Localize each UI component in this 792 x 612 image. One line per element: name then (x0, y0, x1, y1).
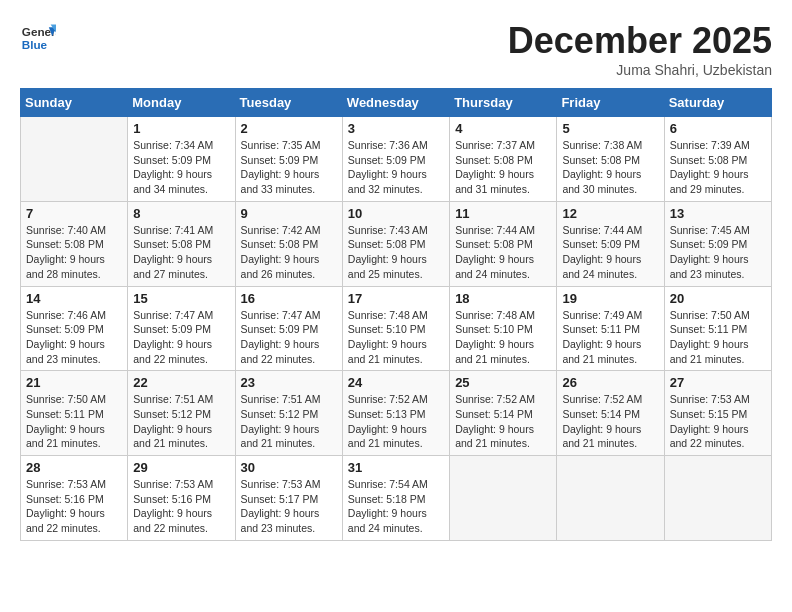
day-number: 14 (26, 291, 122, 306)
calendar-cell: 28Sunrise: 7:53 AMSunset: 5:16 PMDayligh… (21, 456, 128, 541)
calendar-cell (450, 456, 557, 541)
calendar-cell: 24Sunrise: 7:52 AMSunset: 5:13 PMDayligh… (342, 371, 449, 456)
day-number: 15 (133, 291, 229, 306)
day-info: Sunrise: 7:45 AMSunset: 5:09 PMDaylight:… (670, 223, 766, 282)
svg-text:Blue: Blue (22, 38, 48, 51)
weekday-header: Sunday (21, 89, 128, 117)
day-info: Sunrise: 7:38 AMSunset: 5:08 PMDaylight:… (562, 138, 658, 197)
calendar-cell: 31Sunrise: 7:54 AMSunset: 5:18 PMDayligh… (342, 456, 449, 541)
day-number: 2 (241, 121, 337, 136)
weekday-header: Tuesday (235, 89, 342, 117)
day-number: 22 (133, 375, 229, 390)
day-info: Sunrise: 7:53 AMSunset: 5:17 PMDaylight:… (241, 477, 337, 536)
day-number: 29 (133, 460, 229, 475)
calendar-cell: 7Sunrise: 7:40 AMSunset: 5:08 PMDaylight… (21, 201, 128, 286)
calendar-cell: 22Sunrise: 7:51 AMSunset: 5:12 PMDayligh… (128, 371, 235, 456)
calendar-week-row: 1Sunrise: 7:34 AMSunset: 5:09 PMDaylight… (21, 117, 772, 202)
day-info: Sunrise: 7:42 AMSunset: 5:08 PMDaylight:… (241, 223, 337, 282)
day-number: 21 (26, 375, 122, 390)
day-number: 9 (241, 206, 337, 221)
page-header: General Blue December 2025 Juma Shahri, … (20, 20, 772, 78)
day-info: Sunrise: 7:54 AMSunset: 5:18 PMDaylight:… (348, 477, 444, 536)
calendar-cell: 12Sunrise: 7:44 AMSunset: 5:09 PMDayligh… (557, 201, 664, 286)
calendar-cell: 20Sunrise: 7:50 AMSunset: 5:11 PMDayligh… (664, 286, 771, 371)
calendar-cell: 16Sunrise: 7:47 AMSunset: 5:09 PMDayligh… (235, 286, 342, 371)
day-number: 31 (348, 460, 444, 475)
calendar-cell: 23Sunrise: 7:51 AMSunset: 5:12 PMDayligh… (235, 371, 342, 456)
day-number: 18 (455, 291, 551, 306)
calendar-cell: 3Sunrise: 7:36 AMSunset: 5:09 PMDaylight… (342, 117, 449, 202)
calendar-cell: 10Sunrise: 7:43 AMSunset: 5:08 PMDayligh… (342, 201, 449, 286)
weekday-header: Monday (128, 89, 235, 117)
calendar-cell: 29Sunrise: 7:53 AMSunset: 5:16 PMDayligh… (128, 456, 235, 541)
day-info: Sunrise: 7:51 AMSunset: 5:12 PMDaylight:… (241, 392, 337, 451)
calendar-cell: 26Sunrise: 7:52 AMSunset: 5:14 PMDayligh… (557, 371, 664, 456)
calendar-cell: 15Sunrise: 7:47 AMSunset: 5:09 PMDayligh… (128, 286, 235, 371)
calendar-week-row: 7Sunrise: 7:40 AMSunset: 5:08 PMDaylight… (21, 201, 772, 286)
calendar-cell: 14Sunrise: 7:46 AMSunset: 5:09 PMDayligh… (21, 286, 128, 371)
calendar-cell: 30Sunrise: 7:53 AMSunset: 5:17 PMDayligh… (235, 456, 342, 541)
day-number: 30 (241, 460, 337, 475)
header-row: SundayMondayTuesdayWednesdayThursdayFrid… (21, 89, 772, 117)
day-info: Sunrise: 7:44 AMSunset: 5:08 PMDaylight:… (455, 223, 551, 282)
calendar-cell: 2Sunrise: 7:35 AMSunset: 5:09 PMDaylight… (235, 117, 342, 202)
calendar-cell: 17Sunrise: 7:48 AMSunset: 5:10 PMDayligh… (342, 286, 449, 371)
calendar-week-row: 21Sunrise: 7:50 AMSunset: 5:11 PMDayligh… (21, 371, 772, 456)
day-info: Sunrise: 7:53 AMSunset: 5:16 PMDaylight:… (133, 477, 229, 536)
day-info: Sunrise: 7:34 AMSunset: 5:09 PMDaylight:… (133, 138, 229, 197)
month-title: December 2025 (508, 20, 772, 62)
day-info: Sunrise: 7:39 AMSunset: 5:08 PMDaylight:… (670, 138, 766, 197)
calendar-cell: 8Sunrise: 7:41 AMSunset: 5:08 PMDaylight… (128, 201, 235, 286)
calendar-cell: 5Sunrise: 7:38 AMSunset: 5:08 PMDaylight… (557, 117, 664, 202)
day-number: 20 (670, 291, 766, 306)
calendar-cell: 19Sunrise: 7:49 AMSunset: 5:11 PMDayligh… (557, 286, 664, 371)
calendar-cell: 18Sunrise: 7:48 AMSunset: 5:10 PMDayligh… (450, 286, 557, 371)
day-info: Sunrise: 7:36 AMSunset: 5:09 PMDaylight:… (348, 138, 444, 197)
day-number: 13 (670, 206, 766, 221)
day-info: Sunrise: 7:48 AMSunset: 5:10 PMDaylight:… (348, 308, 444, 367)
calendar-cell: 4Sunrise: 7:37 AMSunset: 5:08 PMDaylight… (450, 117, 557, 202)
day-info: Sunrise: 7:47 AMSunset: 5:09 PMDaylight:… (133, 308, 229, 367)
calendar-cell: 21Sunrise: 7:50 AMSunset: 5:11 PMDayligh… (21, 371, 128, 456)
day-number: 5 (562, 121, 658, 136)
day-info: Sunrise: 7:51 AMSunset: 5:12 PMDaylight:… (133, 392, 229, 451)
title-block: December 2025 Juma Shahri, Uzbekistan (508, 20, 772, 78)
day-info: Sunrise: 7:41 AMSunset: 5:08 PMDaylight:… (133, 223, 229, 282)
calendar-cell: 6Sunrise: 7:39 AMSunset: 5:08 PMDaylight… (664, 117, 771, 202)
calendar-cell: 25Sunrise: 7:52 AMSunset: 5:14 PMDayligh… (450, 371, 557, 456)
day-number: 1 (133, 121, 229, 136)
weekday-header: Saturday (664, 89, 771, 117)
day-info: Sunrise: 7:53 AMSunset: 5:16 PMDaylight:… (26, 477, 122, 536)
calendar-week-row: 28Sunrise: 7:53 AMSunset: 5:16 PMDayligh… (21, 456, 772, 541)
day-info: Sunrise: 7:40 AMSunset: 5:08 PMDaylight:… (26, 223, 122, 282)
calendar-week-row: 14Sunrise: 7:46 AMSunset: 5:09 PMDayligh… (21, 286, 772, 371)
day-info: Sunrise: 7:47 AMSunset: 5:09 PMDaylight:… (241, 308, 337, 367)
day-number: 23 (241, 375, 337, 390)
weekday-header: Thursday (450, 89, 557, 117)
calendar-cell (21, 117, 128, 202)
day-number: 25 (455, 375, 551, 390)
day-info: Sunrise: 7:49 AMSunset: 5:11 PMDaylight:… (562, 308, 658, 367)
day-number: 26 (562, 375, 658, 390)
calendar-cell: 9Sunrise: 7:42 AMSunset: 5:08 PMDaylight… (235, 201, 342, 286)
day-number: 8 (133, 206, 229, 221)
day-number: 11 (455, 206, 551, 221)
day-number: 27 (670, 375, 766, 390)
day-info: Sunrise: 7:35 AMSunset: 5:09 PMDaylight:… (241, 138, 337, 197)
calendar-table: SundayMondayTuesdayWednesdayThursdayFrid… (20, 88, 772, 541)
day-number: 16 (241, 291, 337, 306)
day-number: 28 (26, 460, 122, 475)
weekday-header: Friday (557, 89, 664, 117)
day-info: Sunrise: 7:53 AMSunset: 5:15 PMDaylight:… (670, 392, 766, 451)
day-number: 24 (348, 375, 444, 390)
day-info: Sunrise: 7:37 AMSunset: 5:08 PMDaylight:… (455, 138, 551, 197)
day-number: 4 (455, 121, 551, 136)
weekday-header: Wednesday (342, 89, 449, 117)
day-info: Sunrise: 7:44 AMSunset: 5:09 PMDaylight:… (562, 223, 658, 282)
day-info: Sunrise: 7:46 AMSunset: 5:09 PMDaylight:… (26, 308, 122, 367)
day-info: Sunrise: 7:50 AMSunset: 5:11 PMDaylight:… (670, 308, 766, 367)
day-info: Sunrise: 7:52 AMSunset: 5:13 PMDaylight:… (348, 392, 444, 451)
day-number: 6 (670, 121, 766, 136)
logo: General Blue (20, 20, 56, 56)
calendar-cell: 11Sunrise: 7:44 AMSunset: 5:08 PMDayligh… (450, 201, 557, 286)
